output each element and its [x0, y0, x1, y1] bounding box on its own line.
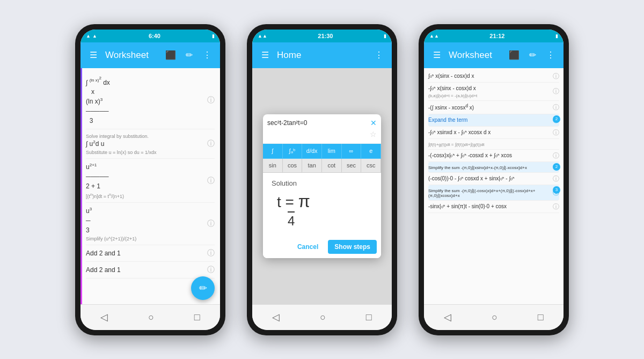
equation-row: sec²t-2tan²t=0 ✕ — [267, 119, 377, 127]
math-block-5: Add 2 and 1 ⓘ — [86, 245, 215, 262]
w2-info-11[interactable]: ⓘ — [553, 202, 559, 211]
status-bar-2: ▲▲ 21:30 ▮ — [252, 30, 392, 42]
desc-2: Solve integral by substitution. — [86, 134, 215, 139]
w2-block-4: Expand the term ⓘ 2 — [428, 114, 559, 127]
home-button-2[interactable]: ○ — [320, 312, 326, 323]
app-title-1: Worksheet — [105, 50, 159, 61]
w2-block-10: Simplify the sum -(π,0)∫{(-cosx)x}d+x+(π… — [428, 185, 559, 201]
worksheet-content-3: ∫₀ⁿ x(sinx - cosx)d x ⓘ -∫₀ⁿ x(sinx - co… — [424, 68, 564, 304]
w2-block-3: -(∫ xsinx - xcosxd x) ⓘ — [428, 101, 559, 114]
w2-math-1: ∫₀ⁿ x(sinx - cosx)d x — [428, 72, 546, 80]
signal-icon: ▲ — [92, 33, 97, 39]
math-keyboard[interactable]: ∫ ∫ₐᵇ d/dx lim ∞ e sin cos — [263, 144, 381, 173]
kb-infinity[interactable]: ∞ — [342, 144, 362, 159]
status-right-icons-2: ▮ — [384, 33, 386, 39]
math-block-3: u2+1 ───── 2 + 1 [(tn)n]dt = tn/(n+1) ⓘ — [86, 159, 215, 203]
w2-math-4: Expand the term — [428, 116, 546, 124]
show-steps-button[interactable]: Show steps — [328, 240, 377, 254]
math-expr-1b: (ln x)3 ───── 3 — [86, 97, 215, 126]
back-button-2[interactable]: ◁ — [272, 311, 280, 323]
info-icon-4[interactable]: ⓘ — [207, 219, 215, 229]
math-block-4: u3 ─ 3 Simplify (u^(2+1))/(2+1) ⓘ — [86, 203, 215, 245]
battery-icon-3: ▮ — [555, 33, 558, 39]
w2-info-1[interactable]: ⓘ — [553, 71, 559, 80]
kb-cos[interactable]: cos — [283, 159, 303, 173]
status-time-3: 21:12 — [489, 33, 504, 39]
more-icon-3[interactable]: ⋮ — [544, 50, 557, 60]
chart-icon-1[interactable]: ⬛ — [164, 50, 177, 60]
w2-math-3: -(∫ xsinx - xcosxd x) — [428, 103, 546, 112]
home-button-1[interactable]: ○ — [148, 312, 154, 323]
status-bar-3: ▲▲ 21:12 ▮ — [424, 30, 564, 42]
more-icon-1[interactable]: ⋮ — [201, 50, 214, 60]
math-expr-6: Add 2 and 1 — [86, 265, 215, 275]
solution-dialog[interactable]: sec²t-2tan²t=0 ✕ ☆ ∫ — [263, 114, 381, 258]
menu-icon-1[interactable]: ☰ — [87, 50, 100, 60]
kb-sin[interactable]: sin — [263, 159, 283, 173]
w2-desc-2: (b,a)∫(u)d+t = -(a,b)∫(u)d+t — [428, 93, 546, 98]
w2-info-9[interactable]: ⓘ — [553, 174, 559, 183]
kb-row-1: ∫ ∫ₐᵇ d/dx lim ∞ e — [263, 144, 381, 159]
app-bar-1: ☰ Worksheet ⬛ ✏ ⋮ — [80, 42, 220, 68]
home-button-3[interactable]: ○ — [492, 312, 497, 323]
worksheet-content-1: ∫ (ln x)2 dx x (ln x)3 ───── 3 ⓘ Solve i… — [80, 68, 220, 304]
app-title-3: Worksheet — [449, 50, 502, 61]
back-button-1[interactable]: ◁ — [100, 311, 108, 323]
math-block-2: Solve integral by substitution. ∫ u2d u … — [86, 129, 215, 159]
kb-cot[interactable]: cot — [322, 159, 342, 173]
badge-4: 2 — [553, 115, 560, 123]
kb-limit[interactable]: lim — [322, 144, 342, 159]
menu-icon-3[interactable]: ☰ — [430, 50, 443, 60]
menu-icon-2[interactable]: ☰ — [259, 50, 272, 60]
info-icon-1[interactable]: ⓘ — [207, 96, 215, 105]
more-icon-2[interactable]: ⋮ — [372, 50, 385, 60]
w2-info-2[interactable]: ⓘ — [553, 87, 559, 96]
star-icon-dialog[interactable]: ☆ — [370, 130, 377, 138]
info-icon-5[interactable]: ⓘ — [207, 248, 215, 258]
math-expr-2: ∫ u2d u — [86, 139, 215, 149]
fab-button-1[interactable]: ✏ — [191, 276, 215, 300]
kb-euler[interactable]: e — [361, 144, 381, 159]
w2-block-7: -(-cosx)x|₀ⁿ + ∫₀ⁿ -cosxd x + ∫₀ⁿ xcos ⓘ — [428, 150, 559, 162]
w2-math-11: -sinx|₀ⁿ + sin(π)t - sin(0)·0 + cosx — [428, 203, 546, 210]
chart-icon-3[interactable]: ⬛ — [508, 50, 521, 60]
kb-sec[interactable]: sec — [342, 159, 362, 173]
signal-icon-2: ▲▲ — [258, 33, 267, 39]
w2-info-3[interactable]: ⓘ — [553, 102, 559, 112]
cancel-button[interactable]: Cancel — [292, 240, 324, 254]
bottom-nav-2: ◁ ○ □ — [252, 304, 392, 330]
w2-block-8: Simplify the sum -(π,0)∫{xsinx}d+x-(π,0)… — [428, 162, 559, 173]
recents-button-1[interactable]: □ — [194, 312, 200, 323]
sub-desc-2: Substitute u = ln(x) so du = 1/xdx — [86, 150, 215, 155]
kb-definite-integral[interactable]: ∫ₐᵇ — [283, 144, 303, 159]
solution-formula: t = π 4 — [277, 192, 372, 229]
back-button-3[interactable]: ◁ — [444, 311, 451, 323]
phones-container: ▲ ▲ 6:40 ▮ ☰ Worksheet ⬛ ✏ ⋮ — [0, 0, 644, 359]
w2-block-11: -sinx|₀ⁿ + sin(π)t - sin(0)·0 + cosx ⓘ — [428, 201, 559, 213]
w2-info-7[interactable]: ⓘ — [553, 151, 559, 160]
w2-info-5[interactable]: ⓘ — [553, 128, 559, 137]
info-icon-6[interactable]: ⓘ — [207, 265, 215, 275]
status-time-2: 21:30 — [318, 33, 333, 39]
edit-icon-1[interactable]: ✏ — [182, 50, 195, 60]
kb-integral[interactable]: ∫ — [263, 144, 283, 159]
w2-math-9: (-cos(0))·0 - ∫₀ⁿ cosxd x + sinx|₀ⁿ - ∫₀… — [428, 175, 546, 182]
kb-csc[interactable]: csc — [361, 159, 381, 173]
recents-button-2[interactable]: □ — [366, 312, 372, 323]
info-icon-2[interactable]: ⓘ — [207, 139, 215, 149]
wifi-icon: ▲ — [86, 33, 91, 39]
app-bar-2: ☰ Home ⋮ — [252, 42, 392, 68]
phone-3: ▲▲ 21:12 ▮ ☰ Worksheet ⬛ ✏ ⋮ ∫₀ⁿ x(sinx — [419, 24, 569, 335]
kb-tan[interactable]: tan — [302, 159, 322, 173]
math-expr-5: Add 2 and 1 — [86, 248, 215, 258]
battery-icon: ▮ — [212, 33, 215, 39]
kb-derivative[interactable]: d/dx — [302, 144, 322, 159]
close-icon-dialog[interactable]: ✕ — [370, 119, 377, 127]
w2-block-2: -∫₀ⁿ x(sinx - cosx)d x (b,a)∫(u)d+t = -(… — [428, 83, 559, 101]
edit-icon-3[interactable]: ✏ — [526, 50, 539, 60]
info-icon-3[interactable]: ⓘ — [207, 176, 215, 186]
status-right-icons: ▮ — [212, 33, 215, 39]
badge-8: 2 — [553, 163, 560, 171]
recents-button-3[interactable]: □ — [538, 312, 544, 323]
home-content-2: sec²t-2tan²t=0 ✕ ☆ ∫ — [252, 68, 392, 304]
